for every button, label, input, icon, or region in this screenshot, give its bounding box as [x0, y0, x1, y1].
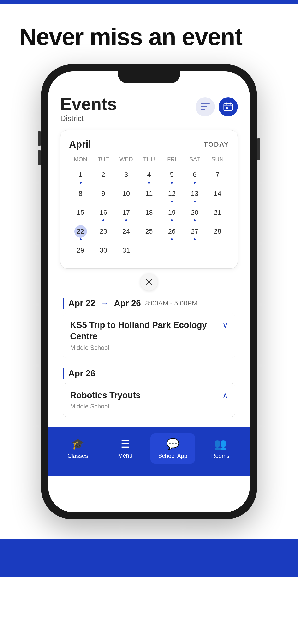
calendar-day-number: 7	[211, 168, 224, 181]
calendar-day-cell[interactable]: 1	[69, 166, 92, 186]
event-dot-indicator	[171, 220, 173, 222]
calendar-day-cell[interactable]: 24	[115, 223, 137, 242]
chevron-down-icon[interactable]: ∨	[222, 320, 228, 330]
event-card[interactable]: Robotics TryoutsMiddle School∧	[63, 383, 235, 417]
screen-subtitle: District	[60, 114, 117, 123]
calendar-icon	[223, 102, 233, 112]
calendar-day-number	[211, 244, 224, 256]
event-date-row: Apr 22→Apr 268:00AM - 5:00PM	[63, 298, 235, 309]
calendar-day-cell[interactable]: 17	[115, 204, 137, 223]
event-dot-indicator	[171, 238, 173, 240]
close-icon	[145, 278, 153, 286]
calendar-day-number: 19	[166, 206, 178, 219]
event-dot-indicator	[194, 200, 196, 202]
calendar-day-cell	[183, 242, 206, 261]
calendar-day-cell[interactable]: 3	[115, 166, 137, 186]
calendar-month-label: April	[69, 139, 91, 150]
event-date-end: Apr 26	[114, 298, 141, 308]
calendar-day-cell[interactable]: 25	[137, 223, 160, 242]
nav-label: School App	[158, 452, 187, 459]
event-list: Apr 22→Apr 268:00AM - 5:00PMKS5 Trip to …	[60, 298, 238, 417]
event-dot-indicator	[171, 200, 173, 202]
calendar-day-cell[interactable]: 13	[183, 186, 206, 204]
nav-item-classes[interactable]: 🎓Classes	[55, 434, 100, 464]
calendar-day-cell[interactable]: 29	[69, 242, 92, 261]
calendar-day-names: MONTUEWEDTHUFRISATSUN	[69, 154, 229, 164]
calendar-day-cell[interactable]: 4	[137, 166, 160, 186]
bottom-decorative-section	[0, 505, 298, 577]
calendar-day-number: 25	[143, 225, 155, 238]
svg-rect-7	[226, 107, 228, 109]
calendar-day-cell[interactable]: 7	[206, 166, 229, 186]
event-dot-indicator	[125, 220, 127, 222]
calendar-day-cell	[206, 242, 229, 261]
calendar-day-cell[interactable]: 19	[161, 204, 183, 223]
event-dot-indicator	[171, 182, 173, 184]
calendar-day-cell[interactable]: 31	[115, 242, 137, 261]
calendar-view-button[interactable]	[219, 97, 238, 116]
event-card-title: Robotics Tryouts	[70, 390, 140, 401]
calendar-day-number	[166, 244, 178, 256]
event-date-start: Apr 22	[68, 298, 95, 308]
calendar-day-number: 30	[97, 244, 110, 256]
svg-rect-2	[201, 109, 205, 110]
bottom-navigation: 🎓Classes☰Menu💬School App👥Rooms	[48, 427, 250, 476]
calendar-day-number: 6	[188, 168, 201, 181]
calendar-day-cell[interactable]: 11	[137, 186, 160, 204]
calendar-day-cell[interactable]: 23	[92, 223, 115, 242]
calendar-day-number: 14	[211, 187, 224, 200]
power-button	[257, 138, 260, 160]
calendar-day-cell[interactable]: 16	[92, 204, 115, 223]
calendar-day-cell	[137, 242, 160, 261]
event-card-content: KS5 Trip to Holland Park Ecology CentreM…	[70, 320, 222, 352]
calendar-grid[interactable]: 1234567891011121314151617181920212223242…	[69, 166, 229, 261]
blue-bottom-section	[0, 538, 298, 577]
svg-rect-0	[201, 103, 210, 104]
screen-title: Events	[60, 95, 117, 112]
calendar-day-cell[interactable]: 26	[161, 223, 183, 242]
calendar-day-name: FRI	[161, 154, 183, 164]
calendar-day-cell[interactable]: 27	[183, 223, 206, 242]
calendar-day-number: 13	[188, 187, 201, 200]
calendar-day-name: TUE	[92, 154, 115, 164]
nav-item-menu[interactable]: ☰Menu	[103, 434, 147, 464]
today-button[interactable]: TODAY	[204, 141, 229, 148]
calendar-day-cell[interactable]: 14	[206, 186, 229, 204]
filter-button[interactable]	[196, 97, 215, 116]
header-action-buttons	[196, 97, 238, 116]
calendar-day-cell[interactable]: 2	[92, 166, 115, 186]
calendar-day-cell[interactable]: 5	[161, 166, 183, 186]
calendar-day-number: 16	[97, 206, 110, 219]
volume-down-button	[38, 150, 41, 165]
event-date-row: Apr 26	[63, 368, 235, 379]
calendar-day-cell[interactable]: 28	[206, 223, 229, 242]
calendar-day-cell[interactable]: 15	[69, 204, 92, 223]
calendar-day-number: 17	[120, 206, 132, 219]
calendar-day-cell[interactable]: 18	[137, 204, 160, 223]
calendar-day-cell[interactable]: 8	[69, 186, 92, 204]
calendar-day-number	[188, 244, 201, 256]
calendar-day-number: 18	[143, 206, 155, 219]
calendar-day-cell[interactable]: 6	[183, 166, 206, 186]
event-card[interactable]: KS5 Trip to Holland Park Ecology CentreM…	[63, 313, 235, 358]
calendar-day-cell[interactable]: 30	[92, 242, 115, 261]
calendar-day-cell[interactable]: 20	[183, 204, 206, 223]
nav-item-rooms[interactable]: 👥Rooms	[198, 434, 243, 464]
close-calendar-button[interactable]	[140, 273, 158, 290]
app-header: Events District	[60, 95, 238, 123]
classes-icon: 🎓	[71, 438, 84, 450]
calendar-day-cell[interactable]: 21	[206, 204, 229, 223]
chevron-up-icon[interactable]: ∧	[222, 391, 228, 400]
event-item: Apr 22→Apr 268:00AM - 5:00PMKS5 Trip to …	[63, 298, 235, 358]
event-date-arrow-icon: →	[101, 299, 108, 308]
calendar-day-cell[interactable]: 12	[161, 186, 183, 204]
nav-item-school-app[interactable]: 💬School App	[151, 434, 195, 464]
event-dot-indicator	[194, 220, 196, 222]
calendar-day-number: 29	[74, 244, 87, 256]
calendar-day-number: 8	[74, 187, 87, 200]
calendar-day-cell[interactable]: 9	[92, 186, 115, 204]
event-item: Apr 26Robotics TryoutsMiddle School∧	[63, 368, 235, 417]
calendar-day-number: 1	[74, 168, 87, 181]
calendar-day-cell[interactable]: 22	[69, 223, 92, 242]
calendar-day-cell[interactable]: 10	[115, 186, 137, 204]
